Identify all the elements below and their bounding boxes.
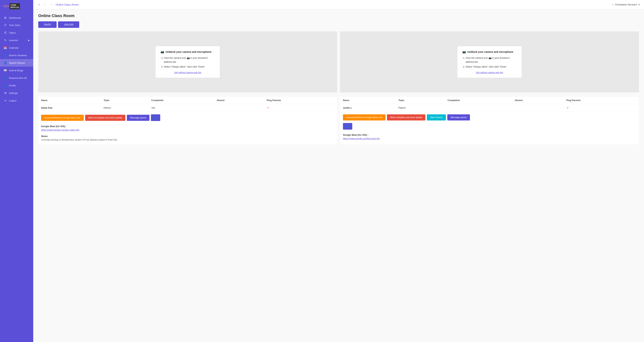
sidebar-item-settings-label: Settings: [9, 92, 18, 94]
right-generate-meet-button[interactable]: Generate/Refresh Google Meet Link: [343, 114, 386, 120]
left-join-without-camera-link[interactable]: Join without camera and mic: [160, 71, 215, 74]
right-student-panel: Name Topic Completed Absent Ping Parents…: [340, 97, 639, 144]
user-icon: ↪: [612, 3, 614, 6]
left-meet-label: Google Meet (for iOS) :: [41, 125, 334, 128]
settings-icon: ⚙: [4, 91, 7, 95]
right-ping-parent-icon-cell: ↗: [563, 104, 639, 112]
right-table-row-0: Justin L Python ↗: [340, 104, 639, 112]
time-slots-icon: ⏱: [4, 24, 7, 27]
left-table-row-0: Dylan Pan Python Yes ↗: [38, 104, 337, 112]
left-ping-parent-icon-cell: ↗: [264, 104, 337, 112]
right-unblock-steps: Click the camera icon 📷 in your browser'…: [462, 56, 517, 69]
right-user-action-button[interactable]: 👤: [343, 123, 352, 130]
right-mark-complete-button[interactable]: Mark complete and send update: [387, 114, 426, 120]
left-message-parent-button[interactable]: Message parent: [127, 115, 150, 121]
right-col-absent: Absent: [512, 97, 563, 104]
sidebar-item-search-school-label: Search School: [9, 61, 25, 64]
right-message-parent-button[interactable]: Message parent: [447, 114, 470, 120]
request-time-off-icon: 👤: [4, 76, 7, 79]
right-col-ping: Ping Parents: [563, 97, 639, 104]
sidebar-item-calendar-label: Calendar: [9, 46, 19, 49]
user-menu[interactable]: ↪ Christopher Decastro ▾: [612, 3, 640, 6]
sidebar-item-topics-label: Topics: [9, 31, 16, 34]
right-join-without-camera-link[interactable]: Join without camera and mic: [462, 71, 517, 74]
sidebar-item-request-time-off-label: Request time off: [9, 77, 26, 79]
camera-icon-small: 📷: [187, 56, 190, 59]
left-student-completed: Yes: [148, 104, 214, 112]
size-buttons-group: 50x50 100x100: [38, 21, 639, 28]
left-col-topic: Topic: [101, 97, 148, 104]
left-col-name: Name: [38, 97, 101, 104]
right-action-buttons: Generate/Refresh Google Meet Link Mark c…: [340, 112, 639, 123]
sidebar-item-profile-label: Profile: [9, 84, 16, 87]
left-col-completed: Completed: [148, 97, 214, 104]
right-table-header-row: Name Topic Completed Absent Ping Parents: [340, 97, 639, 104]
left-notes-text: Currently working on Randomness section …: [41, 138, 334, 141]
left-generate-meet-button[interactable]: Generate/Refresh Google Meet Link: [41, 115, 84, 121]
header: « ← → Online Class Room ↪ Christopher De…: [33, 0, 644, 9]
right-col-name: Name: [340, 97, 396, 104]
collapse-sidebar-button[interactable]: «: [38, 2, 40, 6]
sidebar-item-calendar[interactable]: 📅 Calendar: [0, 44, 33, 51]
left-video-panel: 📷 Unblock your camera and microphone Cli…: [38, 31, 337, 92]
left-meet-section: Google Meet (for iOS) : https://meet.goo…: [38, 123, 337, 133]
left-user-action-button[interactable]: 👤: [151, 114, 160, 121]
right-meet-link[interactable]: https://meet.google.com/kjt-zuum-fyp: [343, 137, 380, 140]
right-student-completed: [444, 104, 512, 112]
right-col-completed: Completed: [444, 97, 512, 104]
left-meet-link[interactable]: https://meet.google.com/dyc-qabx-heh: [41, 129, 80, 131]
left-student-table: Name Topic Completed Absent Ping Parents…: [38, 97, 337, 112]
left-mark-incomplete-button[interactable]: Mark incomplete and send update: [85, 115, 126, 121]
sidebar-item-time-slots[interactable]: ⏱ Time Slots: [0, 21, 33, 29]
sidebar-item-profile[interactable]: 👤 Profile: [0, 82, 33, 89]
sidebar-item-request-time-off[interactable]: 👤 Request time off: [0, 74, 33, 82]
page-title: Online Class Room: [38, 13, 639, 18]
sidebar-item-topics[interactable]: ☰ Topics: [0, 29, 33, 36]
sidebar-item-settings[interactable]: ⚙ Settings: [0, 89, 33, 97]
sidebar-item-lessons[interactable]: ✎ Lessons ▶: [0, 36, 33, 44]
right-unblock-card: 📷 Unblock your camera and microphone Cli…: [457, 46, 522, 78]
left-student-absent: [214, 104, 264, 112]
back-button[interactable]: ←: [43, 2, 47, 6]
logo-bracket-left: <: [3, 4, 5, 8]
sidebar-item-search-students[interactable]: 👤 Search Students: [0, 51, 33, 59]
forward-button[interactable]: →: [49, 2, 54, 6]
profile-icon: 👤: [4, 84, 7, 87]
right-col-topic: Topic: [396, 97, 444, 104]
logo-slash: /: [6, 4, 6, 8]
right-mark-absent-button[interactable]: Mark Absent: [427, 114, 446, 120]
left-unblock-card: 📷 Unblock your camera and microphone Cli…: [156, 46, 220, 78]
sidebar-item-search-school[interactable]: 👤 Search School: [0, 59, 33, 67]
logout-icon: ↪: [4, 99, 7, 102]
sidebar-item-logout[interactable]: ↪ Logout: [0, 97, 33, 104]
right-ping-icon[interactable]: ↗: [566, 106, 568, 109]
right-camera-icon-small: 📷: [488, 56, 492, 59]
left-student-topic: Python: [101, 104, 148, 112]
size-50x50-button[interactable]: 50x50: [38, 21, 56, 28]
logo-bracket-right: >: [7, 4, 9, 8]
left-table-header-row: Name Topic Completed Absent Ping Parents: [38, 97, 337, 104]
right-student-topic: Python: [396, 104, 444, 112]
left-notes-label: Notes: [41, 135, 334, 137]
user-dropdown-icon: ▾: [638, 3, 640, 6]
left-student-name: Dylan Pan: [38, 104, 101, 112]
left-student-panel: Name Topic Completed Absent Ping Parents…: [38, 97, 337, 144]
left-unblock-step1: Click the camera icon 📷 in your browser'…: [164, 56, 215, 64]
topics-icon: ☰: [4, 31, 7, 34]
right-unblock-step2: Select "Always allow", then click "Done": [466, 65, 517, 69]
camera-blocked-icon: 📷: [160, 50, 164, 53]
sidebar-item-dashboard[interactable]: ⊞ Dashboard: [0, 14, 33, 21]
sidebar-item-submit-blogs[interactable]: 📖 Submit Blogs: [0, 67, 33, 74]
sidebar-item-dashboard-label: Dashboard: [9, 16, 21, 19]
user-name: Christopher Decastro: [615, 3, 637, 6]
size-100x100-button[interactable]: 100x100: [58, 21, 79, 28]
main-area: « ← → Online Class Room ↪ Christopher De…: [33, 0, 644, 342]
right-student-table: Name Topic Completed Absent Ping Parents…: [340, 97, 639, 112]
left-col-ping: Ping Parents: [264, 97, 337, 104]
logo-icon: < / > CODEWITH US: [3, 3, 20, 9]
sidebar-item-submit-blogs-label: Submit Blogs: [9, 69, 23, 72]
dashboard-icon: ⊞: [4, 16, 7, 19]
right-meet-label: Google Meet (for iOS) :: [343, 134, 636, 136]
content-area: Online Class Room 50x50 100x100 📷 Unbloc…: [33, 9, 644, 342]
left-ping-icon[interactable]: ↗: [266, 106, 269, 109]
